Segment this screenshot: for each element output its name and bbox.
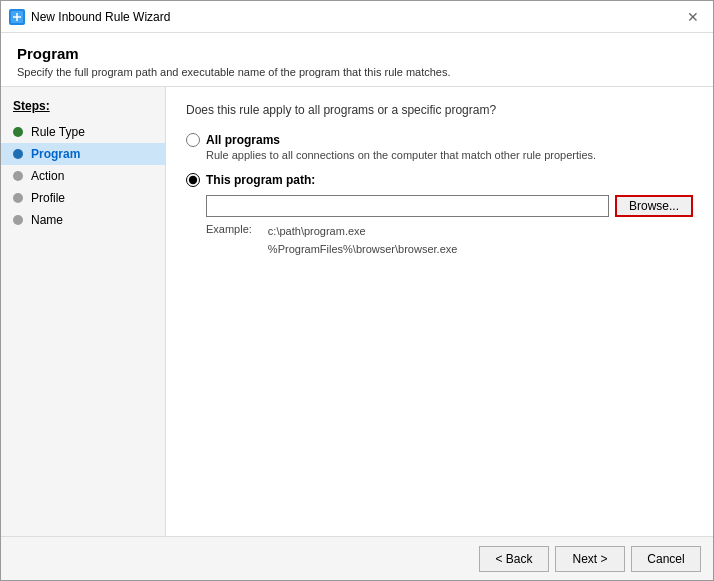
sidebar-steps-label: Steps: bbox=[1, 99, 165, 121]
example-text: Example: c:\path\program.exe%ProgramFile… bbox=[206, 223, 693, 258]
all-programs-row: All programs bbox=[186, 133, 693, 147]
all-programs-label[interactable]: All programs bbox=[206, 133, 280, 147]
close-button[interactable]: ✕ bbox=[681, 5, 705, 29]
sidebar-label-name: Name bbox=[31, 213, 63, 227]
example-label: Example: bbox=[206, 223, 252, 258]
all-programs-option: All programs Rule applies to all connect… bbox=[186, 133, 693, 161]
question-text: Does this rule apply to all programs or … bbox=[186, 103, 693, 117]
content-area: Steps: Rule Type Program Action Profile … bbox=[1, 87, 713, 536]
wizard-window: New Inbound Rule Wizard ✕ Program Specif… bbox=[0, 0, 714, 581]
step-dot-name bbox=[13, 215, 23, 225]
title-bar-label: New Inbound Rule Wizard bbox=[31, 10, 681, 24]
footer: < Back Next > Cancel bbox=[1, 536, 713, 580]
main-panel: Does this rule apply to all programs or … bbox=[166, 87, 713, 536]
sidebar-item-action[interactable]: Action bbox=[1, 165, 165, 187]
step-dot-rule-type bbox=[13, 127, 23, 137]
sidebar: Steps: Rule Type Program Action Profile … bbox=[1, 87, 166, 536]
sidebar-item-name[interactable]: Name bbox=[1, 209, 165, 231]
sidebar-item-program[interactable]: Program bbox=[1, 143, 165, 165]
path-input-row: Browse... bbox=[206, 195, 693, 217]
browse-button[interactable]: Browse... bbox=[615, 195, 693, 217]
this-program-option: This program path: Browse... Example: c:… bbox=[186, 173, 693, 258]
all-programs-desc: Rule applies to all connections on the c… bbox=[206, 149, 693, 161]
this-program-label[interactable]: This program path: bbox=[206, 173, 315, 187]
page-subtitle: Specify the full program path and execut… bbox=[17, 66, 697, 78]
page-header: Program Specify the full program path an… bbox=[1, 33, 713, 87]
this-program-radio[interactable] bbox=[186, 173, 200, 187]
title-bar: New Inbound Rule Wizard ✕ bbox=[1, 1, 713, 33]
cancel-button[interactable]: Cancel bbox=[631, 546, 701, 572]
page-title: Program bbox=[17, 45, 697, 62]
next-button[interactable]: Next > bbox=[555, 546, 625, 572]
sidebar-label-rule-type: Rule Type bbox=[31, 125, 85, 139]
sidebar-item-rule-type[interactable]: Rule Type bbox=[1, 121, 165, 143]
step-dot-program bbox=[13, 149, 23, 159]
example-values: c:\path\program.exe%ProgramFiles%\browse… bbox=[268, 223, 458, 258]
all-programs-radio[interactable] bbox=[186, 133, 200, 147]
sidebar-label-profile: Profile bbox=[31, 191, 65, 205]
step-dot-profile bbox=[13, 193, 23, 203]
program-path-input[interactable] bbox=[206, 195, 609, 217]
step-dot-action bbox=[13, 171, 23, 181]
path-section: Browse... Example: c:\path\program.exe%P… bbox=[186, 191, 693, 258]
this-program-row: This program path: bbox=[186, 173, 693, 187]
sidebar-item-profile[interactable]: Profile bbox=[1, 187, 165, 209]
window-icon bbox=[9, 9, 25, 25]
sidebar-label-action: Action bbox=[31, 169, 64, 183]
back-button[interactable]: < Back bbox=[479, 546, 549, 572]
radio-group: All programs Rule applies to all connect… bbox=[186, 133, 693, 258]
sidebar-label-program: Program bbox=[31, 147, 80, 161]
